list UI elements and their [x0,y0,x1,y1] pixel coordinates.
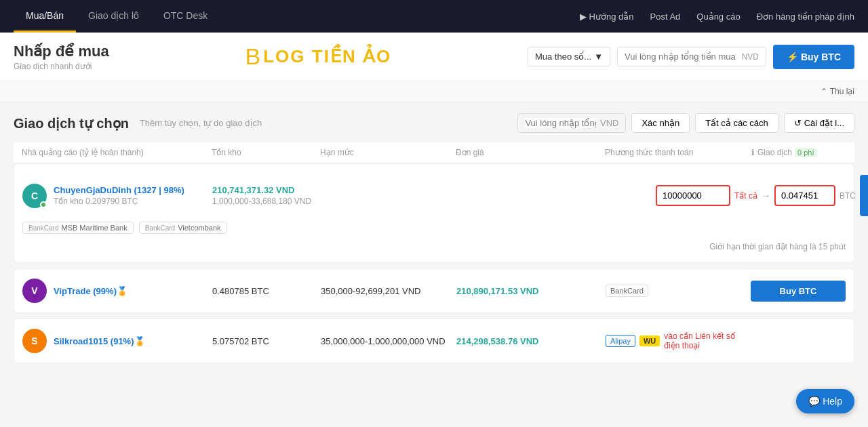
seller-name[interactable]: ChuyenGjaDuDinh (1327 | 98%) [54,185,184,195]
nav-huong-dan[interactable]: ▶ Hướng dẫn [580,12,634,22]
table-header: Nhà quảng cáo (tỷ lệ hoàn thành) Tồn kho… [14,142,854,163]
buy-btc-button-v[interactable]: Buy BTC [751,281,846,302]
seller-info-s: S Silkroad1015 (91%)🏅 [22,329,212,353]
stock-v: 0.480785 BTC [212,286,321,296]
tab-otc-desk[interactable]: OTC Desk [151,1,220,33]
payment-s: Alipay WU vào cần Liên kết số điện thoại [606,331,751,350]
expanded-trade-row: C ChuyenGjaDuDinh (1327 | 98%) Tồn kho 0… [14,163,854,263]
total-input-wrapper: VND [517,113,626,133]
alipay-badge: Alipay [606,335,635,347]
all-methods-button[interactable]: Tất cả các cách [695,113,778,133]
seller-details-s: Silkroad1015 (91%)🏅 [54,336,145,346]
seller-details-v: VipTrade (99%)🏅 [54,286,127,296]
price-value: 210,741,371.32 VND [212,185,321,195]
collapse-button[interactable]: ⌃ Thu lại [821,87,854,96]
col-limit: Hạn mức [320,148,456,157]
col-advertiser: Nhà quảng cáo (tỷ lệ hoàn thành) [22,148,212,157]
info-icon: ℹ [751,148,755,157]
currency-label: NVD [742,52,759,62]
order-input-group: Tất cả → BTC Tạo đơn hàng Hủy [656,175,846,216]
bank-card-label-1: BankCard [28,224,58,232]
bank-name-1: MSB Maritime Bank [61,224,127,232]
all-label[interactable]: Tất cả [734,191,757,201]
create-order-button[interactable]: Tạo đơn hàng [860,175,868,216]
dropdown-label: Mua theo số... [535,52,591,62]
expanded-row-main: C ChuyenGjaDuDinh (1327 | 98%) Tồn kho 0… [22,175,846,216]
price-v: 210,890,171.53 VND [456,286,606,296]
order-amount-input[interactable] [656,185,730,206]
top-nav: Mua/Bán Giao dịch lô OTC Desk ▶ Hướng dẫ… [0,0,868,33]
section-title: Giao dịch tự chọn [14,115,129,131]
confirm-button[interactable]: Xác nhận [631,113,690,133]
arrow-separator: → [762,190,770,201]
buy-btc-header-button[interactable]: ⚡ Buy BTC [773,45,854,69]
col-giao-dich: ℹ Giao dịch 0 phí [751,148,846,157]
bank-tag-vcb: BankCard Vietcombank [139,222,227,234]
table-row-silkroad: S Silkroad1015 (91%)🏅 5.075702 BTC 35,00… [14,319,854,363]
header-right: Mua theo số... ▼ NVD ⚡ Buy BTC [528,45,854,69]
total-input[interactable] [525,118,596,128]
col-price: Đơn giá [456,148,605,157]
chevron-down-icon: ▼ [594,52,603,62]
logo-text: log Tiền Ảo [263,46,391,67]
online-dot [40,201,47,208]
amount-input-wrapper: NVD [617,47,766,66]
price-s: 214,298,538.76 VND [456,336,606,346]
bank-card-label-2: BankCard [145,224,175,232]
amount-input[interactable] [625,52,742,62]
tab-giao-dich-lo[interactable]: Giao dịch lô [76,1,151,33]
logo: B log Tiền Ảo [245,43,392,70]
wu-badge: WU [639,336,660,346]
nav-quang-cao[interactable]: Quảng cáo [696,12,740,22]
header-left: Nhấp để mua Giao dịch nhanh dưới [14,43,109,71]
collapse-bar: ⌃ Thu lại [0,81,868,102]
vnd-label: VND [600,118,618,128]
payment-v: BankCard [606,285,751,297]
warning-text: vào cần Liên kết số điện thoại [664,331,751,350]
giao-dich-label: Giao dịch [757,148,792,157]
btc-amount-input[interactable] [774,185,835,206]
buy-mode-dropdown[interactable]: Mua theo số... ▼ [528,47,610,66]
nav-post-ad[interactable]: Post Ad [650,12,680,22]
reset-button[interactable]: ↺ Cài đặt l... [784,113,854,133]
reset-label: Cài đặt l... [804,118,844,128]
seller-name-s[interactable]: Silkroad1015 (91%)🏅 [54,336,145,346]
nav-right-links: ▶ Hướng dẫn Post Ad Quảng cáo Đơn hàng t… [580,12,854,22]
bank-tags: BankCard MSB Maritime Bank BankCard Viet… [22,222,846,234]
seller-info: C ChuyenGjaDuDinh (1327 | 98%) Tồn kho 0… [22,184,212,208]
page-title: Nhấp để mua [14,43,109,60]
chevron-up-icon: ⌃ [821,87,827,96]
nav-don-hang[interactable]: Đơn hàng tiền pháp định [757,12,854,22]
bank-tag-msb: BankCard MSB Maritime Bank [22,222,134,234]
col-stock: Tồn kho [212,148,320,157]
col-payment: Phương thức thanh toán [605,148,751,157]
limit-range: 1,000,000-33,688,180 VND [212,197,321,206]
section-actions: VND Xác nhận Tất cả các cách ↺ Cài đặt l… [517,113,854,133]
collapse-label: Thu lại [830,87,854,96]
page-subtitle: Giao dịch nhanh dưới [14,62,109,71]
price-col: 210,741,371.32 VND 1,000,000-33,688,180 … [212,185,321,206]
refresh-icon: ↺ [794,118,802,128]
seller-info-v: V VipTrade (99%)🏅 [22,279,212,303]
section-subtitle: Thêm tùy chọn, tự do giao dịch [140,118,262,128]
main-content: Giao dịch tự chọn Thêm tùy chọn, tự do g… [0,102,868,380]
logo-b-letter: B [245,43,261,70]
limit-v: 350,000-92,699,201 VND [321,286,456,296]
avatar: C [22,184,47,208]
limit-s: 35,000,000-1,000,000,000 VND [321,336,456,346]
table-row-viptrade: V VipTrade (99%)🏅 0.480785 BTC 350,000-9… [14,268,854,313]
seller-stock: Tồn kho 0.209790 BTC [54,197,184,206]
bank-name-2: Vietcombank [178,224,220,232]
time-limit-label: Giới hạn thời gian đặt hàng là 15 phút [22,242,846,251]
seller-name-v[interactable]: VipTrade (99%)🏅 [54,286,127,296]
phi-badge: 0 phí [795,148,816,157]
btc-label: BTC [840,191,856,201]
stock-s: 5.075702 BTC [212,336,321,346]
avatar-v: V [22,279,47,303]
bank-card-badge: BankCard [606,285,648,297]
tab-mua-ban[interactable]: Mua/Bán [14,1,76,33]
avatar-s: S [22,329,47,353]
nav-tabs: Mua/Bán Giao dịch lô OTC Desk [14,1,220,33]
header: Nhấp để mua Giao dịch nhanh dưới B log T… [0,33,868,81]
section-header: Giao dịch tự chọn Thêm tùy chọn, tự do g… [14,113,854,133]
